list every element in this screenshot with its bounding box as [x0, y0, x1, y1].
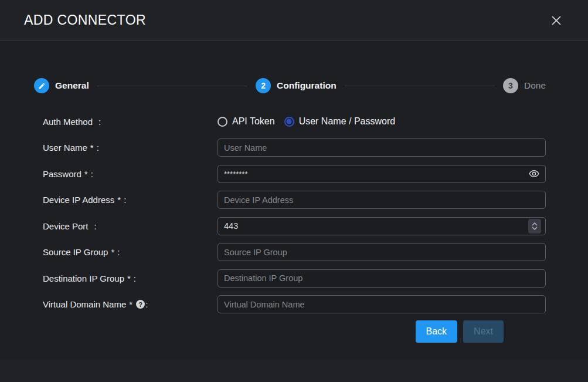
- virtual-domain-name-input[interactable]: [224, 300, 541, 309]
- destination-ip-group-input-wrap: [217, 269, 546, 288]
- source-ip-group-input-wrap: [217, 243, 546, 261]
- show-password-eye-icon[interactable]: [527, 168, 541, 180]
- password-input-wrap: [217, 165, 546, 183]
- user-name-input[interactable]: [224, 143, 541, 153]
- step-circle-configuration: 2: [256, 78, 271, 93]
- radio-circle-icon: [284, 117, 294, 127]
- radio-circle-icon: [217, 117, 227, 127]
- radio-username-password[interactable]: User Name / Password: [284, 116, 396, 127]
- auth-method-label: Auth Method:: [43, 117, 217, 127]
- pencil-icon: [38, 82, 46, 90]
- step-circle-general: [34, 78, 49, 93]
- form-row-virtual-domain-name: Virtual Domain Name*?:: [43, 292, 546, 318]
- form-row-destination-ip-group: Destination IP Group*:: [43, 265, 546, 292]
- user-name-input-wrap: [217, 138, 546, 157]
- virtual-domain-name-label: Virtual Domain Name*?:: [43, 299, 217, 309]
- device-ip-input-wrap: [217, 191, 546, 209]
- device-port-label: Device Port:: [43, 221, 217, 231]
- help-icon[interactable]: ?: [136, 300, 145, 309]
- step-circle-done: 3: [503, 78, 518, 93]
- port-stepper[interactable]: [528, 219, 541, 234]
- dialog-body: General 2 Configuration 3 Done Auth Meth…: [0, 41, 588, 359]
- stepper-step-done: 3 Done: [503, 78, 546, 93]
- stepper-connector-line: [345, 86, 495, 86]
- source-ip-group-label: Source IP Group*:: [43, 247, 217, 257]
- stepper-step-general[interactable]: General: [34, 78, 89, 93]
- back-button[interactable]: Back: [416, 320, 458, 343]
- destination-ip-group-label: Destination IP Group*:: [43, 273, 217, 283]
- connector-form: Auth Method: API Token User Name / Passw…: [0, 93, 588, 343]
- device-port-input-wrap: [217, 217, 546, 235]
- next-button[interactable]: Next: [463, 320, 504, 343]
- form-row-auth-method: Auth Method: API Token User Name / Passw…: [43, 109, 546, 135]
- wizard-stepper: General 2 Configuration 3 Done: [0, 41, 588, 93]
- device-ip-input[interactable]: [224, 195, 541, 205]
- virtual-domain-name-input-wrap: [217, 295, 546, 313]
- source-ip-group-input[interactable]: [224, 248, 541, 257]
- form-row-password: Password*:: [43, 161, 546, 187]
- radio-api-token[interactable]: API Token: [217, 116, 275, 127]
- dialog-actions: Back Next: [43, 317, 546, 343]
- dialog-header: ADD CONNECTOR: [0, 0, 588, 41]
- form-row-source-ip-group: Source IP Group*:: [43, 239, 546, 266]
- chevron-up-icon[interactable]: [532, 222, 538, 226]
- form-row-device-port: Device Port:: [43, 213, 546, 239]
- user-name-label: User Name*:: [43, 143, 217, 153]
- form-row-device-ip: Device IP Address*:: [43, 187, 546, 214]
- step-label-done: Done: [524, 80, 546, 91]
- dialog-title: ADD CONNECTOR: [24, 12, 146, 28]
- auth-method-options: API Token User Name / Password: [217, 116, 546, 127]
- chevron-down-icon[interactable]: [532, 227, 538, 230]
- add-connector-dialog: ADD CONNECTOR General: [0, 0, 588, 382]
- close-icon[interactable]: [549, 13, 564, 28]
- stepper-step-configuration[interactable]: 2 Configuration: [256, 78, 337, 93]
- step-label-configuration: Configuration: [277, 80, 337, 91]
- stepper-connector-line: [97, 86, 247, 86]
- destination-ip-group-input[interactable]: [224, 273, 541, 283]
- password-input[interactable]: [224, 170, 527, 178]
- device-port-input[interactable]: [224, 221, 528, 231]
- password-label: Password*:: [43, 169, 217, 179]
- form-row-user-name: User Name*:: [43, 135, 546, 161]
- step-label-general: General: [55, 80, 89, 91]
- device-ip-label: Device IP Address*:: [43, 195, 217, 205]
